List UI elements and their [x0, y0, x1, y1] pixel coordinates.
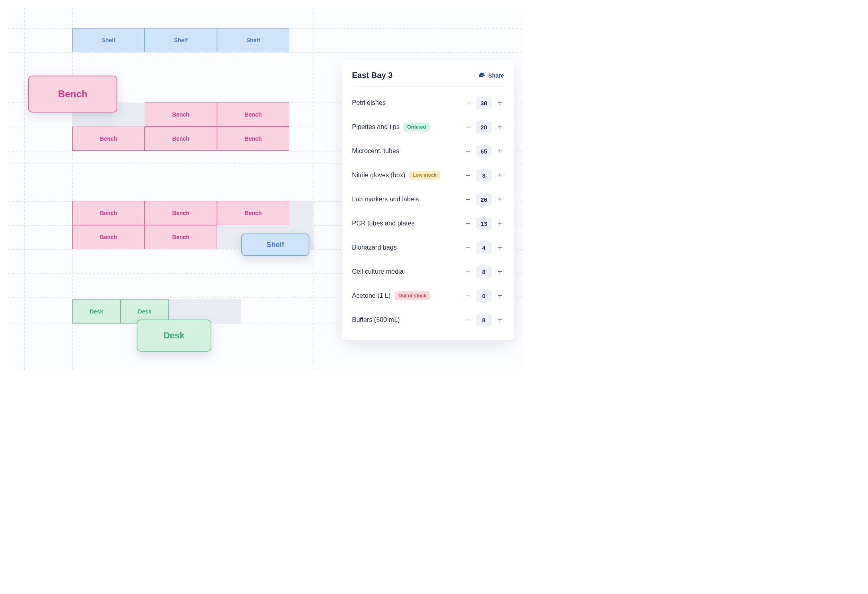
bench-tile[interactable]: Bench — [217, 102, 289, 127]
inventory-list: Petri dishes−38+Pipettes and tipsOrdered… — [352, 91, 504, 332]
bench-tile[interactable]: Bench — [72, 225, 145, 249]
inventory-row-left: Nitrile gloves (box)Low stock — [352, 171, 440, 180]
decrement-button[interactable]: − — [464, 292, 472, 300]
tile-label: Bench — [245, 210, 262, 216]
inventory-item-name: Acetone (1 L) — [352, 292, 391, 299]
increment-button[interactable]: + — [496, 171, 504, 179]
quantity-stepper: −38+ — [464, 96, 504, 109]
inventory-panel: East Bay 3 Share Petri dishes−38+Pipette… — [342, 60, 514, 340]
inventory-item-name: Lab markers and labels — [352, 196, 419, 203]
shelf-tile[interactable]: Shelf — [217, 28, 289, 52]
placeholder-tile — [289, 201, 313, 225]
quantity-stepper: −65+ — [464, 145, 504, 158]
quantity-value: 26 — [476, 193, 492, 206]
inventory-row: Lab markers and labels−26+ — [352, 187, 504, 211]
decrement-button[interactable]: − — [464, 195, 472, 203]
share-icon — [479, 72, 485, 79]
quantity-value: 8 — [476, 313, 492, 326]
inventory-row: Biohazard bags−4+ — [352, 236, 504, 260]
quantity-value: 13 — [476, 217, 492, 230]
inventory-row: Acetone (1 L)Out of stock−0+ — [352, 284, 504, 308]
status-badge: Out of stock — [395, 291, 430, 300]
increment-button[interactable]: + — [496, 147, 504, 155]
quantity-stepper: −26+ — [464, 193, 504, 206]
tile-label: Shelf — [246, 37, 260, 43]
inventory-item-name: Pipettes and tips — [352, 123, 399, 131]
decrement-button[interactable]: − — [464, 316, 472, 324]
inventory-row-left: Acetone (1 L)Out of stock — [352, 291, 430, 300]
tile-label: Bench — [58, 88, 87, 100]
inventory-row: Buffers (500 mL)−8+ — [352, 308, 504, 332]
decrement-button[interactable]: − — [464, 171, 472, 179]
decrement-button[interactable]: − — [464, 268, 472, 276]
bench-tile[interactable]: Bench — [145, 102, 217, 127]
quantity-stepper: −8+ — [464, 313, 504, 326]
inventory-row: Microcent. tubes−65+ — [352, 139, 504, 163]
increment-button[interactable]: + — [496, 219, 504, 227]
tile-label: Bench — [100, 210, 117, 216]
inventory-row-left: Lab markers and labels — [352, 196, 419, 203]
inventory-item-name: Petri dishes — [352, 99, 386, 107]
inventory-row: Petri dishes−38+ — [352, 91, 504, 115]
tile-label: Shelf — [266, 241, 284, 249]
quantity-stepper: −20+ — [464, 121, 504, 133]
inventory-row-left: PCR tubes and plates — [352, 220, 415, 227]
inventory-item-name: Buffers (500 mL) — [352, 316, 400, 324]
bench-tile[interactable]: Bench — [72, 127, 145, 151]
inventory-row: Nitrile gloves (box)Low stock−3+ — [352, 163, 504, 187]
tile-label: Bench — [172, 135, 190, 142]
increment-button[interactable]: + — [496, 123, 504, 131]
decrement-button[interactable]: − — [464, 244, 472, 252]
bench-tile[interactable]: Bench — [217, 201, 289, 225]
inventory-row: Cell culture media−8+ — [352, 260, 504, 284]
tile-label: Shelf — [174, 37, 188, 43]
status-badge: Ordered — [403, 123, 430, 131]
decrement-button[interactable]: − — [464, 147, 472, 155]
tile-label: Desk — [138, 308, 151, 315]
quantity-stepper: −8+ — [464, 265, 504, 278]
inventory-row: Pipettes and tipsOrdered−20+ — [352, 115, 504, 139]
desk-tile[interactable]: Desk — [72, 299, 121, 324]
quantity-value: 8 — [476, 265, 492, 278]
increment-button[interactable]: + — [496, 99, 504, 107]
panel-header: East Bay 3 Share — [352, 71, 504, 87]
floorplan-canvas: Shelf Shelf Shelf Bench Bench Bench Benc… — [8, 8, 522, 370]
inventory-item-name: Microcent. tubes — [352, 147, 399, 155]
share-button[interactable]: Share — [479, 72, 504, 79]
tile-label: Bench — [172, 210, 190, 216]
quantity-value: 20 — [476, 121, 492, 133]
desk-tile-dragging[interactable]: Desk — [137, 320, 211, 352]
decrement-button[interactable]: − — [464, 219, 472, 227]
tile-label: Desk — [164, 330, 185, 341]
shelf-tile[interactable]: Shelf — [72, 28, 145, 52]
inventory-item-name: Nitrile gloves (box) — [352, 172, 405, 179]
increment-button[interactable]: + — [496, 316, 504, 324]
increment-button[interactable]: + — [496, 244, 504, 252]
bench-tile[interactable]: Bench — [145, 201, 217, 225]
quantity-stepper: −3+ — [464, 169, 504, 182]
status-badge: Low stock — [409, 171, 440, 180]
bench-tile[interactable]: Bench — [72, 201, 145, 225]
increment-button[interactable]: + — [496, 195, 504, 203]
tile-label: Bench — [172, 111, 190, 118]
bench-tile-dragging[interactable]: Bench — [28, 76, 117, 113]
tile-label: Bench — [100, 135, 117, 142]
inventory-row-left: Petri dishes — [352, 99, 386, 107]
bench-tile[interactable]: Bench — [145, 225, 217, 249]
tile-label: Bench — [245, 111, 262, 118]
increment-button[interactable]: + — [496, 292, 504, 300]
panel-title: East Bay 3 — [352, 71, 393, 80]
decrement-button[interactable]: − — [464, 123, 472, 131]
increment-button[interactable]: + — [496, 268, 504, 276]
shelf-tile-dragging[interactable]: Shelf — [241, 234, 309, 256]
decrement-button[interactable]: − — [464, 99, 472, 107]
quantity-value: 4 — [476, 241, 492, 254]
shelf-tile[interactable]: Shelf — [145, 28, 217, 52]
bench-tile[interactable]: Bench — [217, 127, 289, 151]
tile-label: Shelf — [102, 37, 115, 43]
inventory-row-left: Cell culture media — [352, 268, 403, 275]
inventory-row: PCR tubes and plates−13+ — [352, 211, 504, 236]
bench-tile[interactable]: Bench — [145, 127, 217, 151]
inventory-row-left: Pipettes and tipsOrdered — [352, 123, 430, 131]
inventory-item-name: Cell culture media — [352, 268, 403, 275]
